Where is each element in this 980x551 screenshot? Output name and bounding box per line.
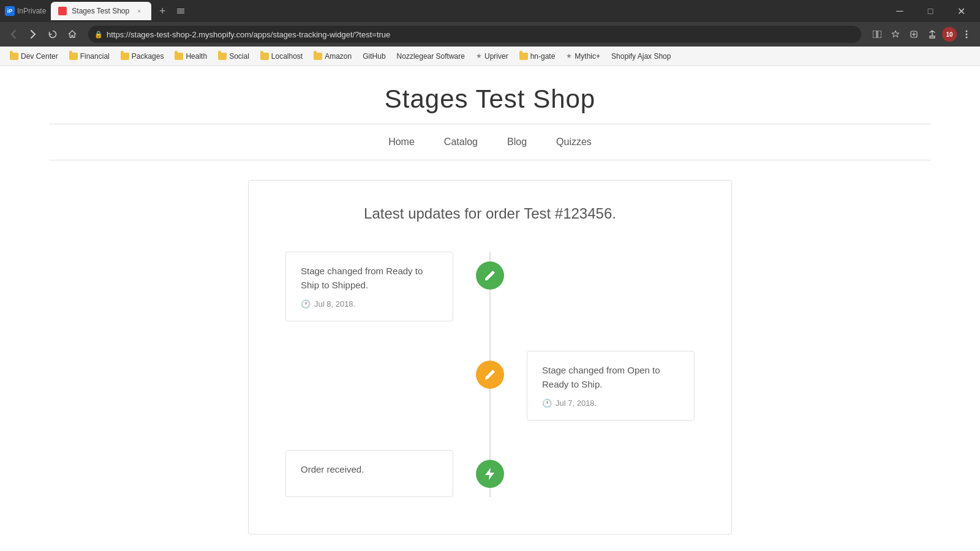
clock-icon: 🕐	[301, 299, 311, 309]
site-nav: Home Catalog Blog Quizzes	[0, 124, 980, 160]
timeline: Stage changed from Ready to Ship to Ship…	[285, 252, 695, 497]
tab-favicon	[58, 7, 67, 15]
active-tab[interactable]: Stages Test Shop ×	[51, 2, 151, 20]
toolbar-actions: 10	[869, 26, 975, 43]
nav-quizzes[interactable]: Quizzes	[556, 134, 592, 150]
event-text-3: Order received.	[301, 463, 438, 477]
nav-home[interactable]: Home	[388, 134, 415, 150]
star-icon: ★	[476, 52, 482, 60]
folder-icon	[260, 53, 269, 60]
folder-icon	[314, 53, 322, 60]
close-button[interactable]: ✕	[947, 2, 975, 20]
bookmark-health[interactable]: Health	[170, 50, 212, 62]
bookmark-financial[interactable]: Financial	[64, 50, 115, 62]
browser-toolbar: 🔒 https://stages-test-shop-2.myshopify.c…	[0, 22, 980, 47]
bookmark-hn-gate[interactable]: hn-gate	[514, 50, 560, 62]
profile-button[interactable]: 10	[942, 27, 957, 42]
bookmark-packages[interactable]: Packages	[116, 50, 169, 62]
inprivate-label: InPrivate	[17, 7, 46, 15]
new-tab-button[interactable]: +	[154, 2, 171, 20]
bookmark-label: Health	[186, 52, 207, 61]
inprivate-indicator: iP InPrivate	[5, 6, 46, 16]
timeline-icon-3	[476, 460, 504, 488]
address-bar[interactable]: 🔒 https://stages-test-shop-2.myshopify.c…	[88, 26, 861, 43]
bookmark-label: Upriver	[484, 52, 508, 61]
page-content: Stages Test Shop Home Catalog Blog Quizz…	[0, 66, 980, 534]
timeline-card-3: Order received.	[285, 450, 453, 497]
bookmark-label: Packages	[132, 52, 164, 61]
bookmark-label: Localhost	[271, 52, 303, 61]
profile-initials: 10	[946, 31, 952, 38]
svg-point-5	[966, 31, 968, 32]
inprivate-logo-text: iP	[7, 8, 13, 14]
folder-icon	[69, 53, 78, 60]
event-date-2: 🕐 Jul 7, 2018.	[542, 399, 679, 408]
tracking-widget: Latest updates for order Test #123456. S…	[248, 180, 732, 534]
date-text-1: Jul 8, 2018.	[314, 299, 355, 309]
maximize-button[interactable]: □	[916, 2, 944, 20]
star-icon: ★	[566, 52, 572, 60]
svg-point-6	[966, 34, 968, 36]
tab-close-button[interactable]: ×	[134, 6, 144, 16]
bookmark-nozzlegear[interactable]: Nozzlegear Software	[392, 50, 470, 62]
bookmark-label: hn-gate	[530, 52, 556, 61]
bookmark-label: Mythic+	[575, 52, 600, 61]
date-text-2: Jul 7, 2018.	[556, 399, 597, 408]
back-button[interactable]	[5, 26, 22, 43]
timeline-card-1: Stage changed from Ready to Ship to Ship…	[285, 252, 453, 321]
bookmark-github[interactable]: GitHub	[358, 50, 390, 62]
nav-divider-bottom	[49, 160, 931, 160]
bookmark-label: Nozzlegear Software	[397, 52, 465, 61]
url-text: https://stages-test-shop-2.myshopify.com…	[107, 30, 855, 39]
home-button[interactable]	[64, 26, 81, 43]
browser-titlebar: iP InPrivate Stages Test Shop × + ─ □ ✕	[0, 0, 980, 22]
lock-icon: 🔒	[94, 31, 103, 39]
site-title: Stages Test Shop	[12, 84, 968, 114]
minimize-button[interactable]: ─	[886, 2, 914, 20]
favorites-button[interactable]	[887, 26, 904, 43]
bookmark-label: Financial	[80, 52, 110, 61]
folder-icon	[121, 53, 129, 60]
bookmark-mythic[interactable]: ★ Mythic+	[561, 50, 605, 62]
more-button[interactable]	[958, 26, 975, 43]
site-header: Stages Test Shop	[0, 66, 980, 114]
event-text-2: Stage changed from Open to Ready to Ship…	[542, 364, 679, 391]
bookmark-label: Shopify Ajax Shop	[611, 52, 671, 61]
timeline-item: Order received.	[285, 450, 695, 497]
svg-point-7	[966, 37, 968, 39]
reload-button[interactable]	[44, 26, 61, 43]
browser-window: iP InPrivate Stages Test Shop × + ─ □ ✕	[0, 0, 980, 534]
extensions-button[interactable]	[905, 26, 922, 43]
bookmark-amazon[interactable]: Amazon	[309, 50, 356, 62]
bookmarks-bar: Dev Center Financial Packages Health Soc…	[0, 47, 980, 66]
share-button[interactable]	[924, 26, 941, 43]
folder-icon	[218, 53, 227, 60]
bookmark-label: Social	[229, 52, 249, 61]
timeline-icon-2	[476, 361, 504, 389]
timeline-card-2: Stage changed from Open to Ready to Ship…	[527, 351, 695, 421]
bookmark-social[interactable]: Social	[213, 50, 254, 62]
tab-menu-button[interactable]	[173, 4, 188, 18]
inprivate-logo: iP	[5, 6, 15, 16]
nav-blog[interactable]: Blog	[507, 134, 527, 150]
svg-rect-1	[878, 31, 881, 38]
clock-icon: 🕐	[542, 399, 552, 408]
tracking-title: Latest updates for order Test #123456.	[285, 205, 695, 222]
bookmark-upriver[interactable]: ★ Upriver	[471, 50, 513, 62]
event-date-1: 🕐 Jul 8, 2018.	[301, 299, 438, 309]
bookmark-label: Dev Center	[21, 52, 58, 61]
bookmark-localhost[interactable]: Localhost	[255, 50, 307, 62]
event-text-1: Stage changed from Ready to Ship to Ship…	[301, 264, 438, 292]
nav-catalog[interactable]: Catalog	[444, 134, 478, 150]
svg-rect-0	[873, 31, 876, 38]
forward-button[interactable]	[24, 26, 42, 43]
bookmark-dev-center[interactable]: Dev Center	[5, 50, 63, 62]
timeline-item: Stage changed from Open to Ready to Ship…	[285, 351, 695, 421]
bookmark-shopify-ajax[interactable]: Shopify Ajax Shop	[606, 50, 676, 62]
window-controls: ─ □ ✕	[886, 2, 975, 20]
timeline-icon-1	[476, 261, 504, 290]
timeline-item: Stage changed from Ready to Ship to Ship…	[285, 252, 695, 321]
split-screen-button[interactable]	[869, 26, 886, 43]
bookmark-label: GitHub	[363, 52, 385, 61]
tab-title: Stages Test Shop	[72, 7, 129, 15]
